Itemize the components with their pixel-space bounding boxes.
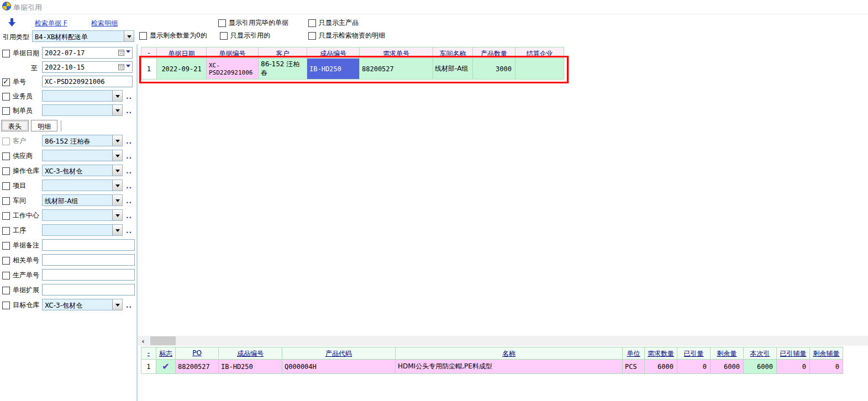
column-header[interactable]: 需求数量 xyxy=(645,347,677,360)
dropdown-arrow-icon[interactable] xyxy=(112,135,122,146)
workshop-combobox[interactable]: 线材部-A组 xyxy=(42,194,123,206)
remain-qty-cell[interactable]: 6000 xyxy=(711,360,744,374)
checkbox-box[interactable] xyxy=(308,19,316,27)
dropdown-arrow-icon[interactable] xyxy=(112,165,122,176)
checkbox-project[interactable]: 项目 xyxy=(2,182,26,190)
dropdown-arrow-icon[interactable] xyxy=(124,31,134,41)
work-center-browse-button[interactable]: .. xyxy=(126,212,132,220)
column-header[interactable]: 成品编号 xyxy=(307,48,360,59)
salesman-browse-button[interactable]: .. xyxy=(126,93,132,101)
checkbox-box[interactable] xyxy=(2,50,10,57)
panel-splitter[interactable] xyxy=(136,44,138,401)
settle-company-cell[interactable] xyxy=(515,59,564,80)
table-row[interactable]: 1 ✔ 88200527 IB-HD250 Q000004H HDMI公头专用防… xyxy=(141,360,843,374)
doc-no-input[interactable]: XC-PSD220921006 xyxy=(42,76,133,87)
qty-cell[interactable]: 3000 xyxy=(473,59,515,80)
checkbox-box-checked[interactable] xyxy=(2,78,10,86)
dropdown-arrow-icon[interactable] xyxy=(112,210,122,220)
scroll-left-button[interactable]: ‹ xyxy=(138,336,148,346)
column-header[interactable]: 标志 xyxy=(156,347,176,360)
dropdown-arrow-icon[interactable] xyxy=(112,299,122,310)
checkbox-box[interactable] xyxy=(2,152,10,160)
dropdown-arrow-icon[interactable] xyxy=(112,225,122,235)
ref-aux-qty-cell[interactable]: 0 xyxy=(777,360,810,374)
dropdown-arrow-icon[interactable] xyxy=(112,180,122,191)
dropdown-arrow-icon[interactable] xyxy=(112,150,122,161)
scrollbar-thumb[interactable] xyxy=(150,336,176,345)
column-header[interactable]: 单据编号 xyxy=(207,48,259,59)
calendar-icon[interactable] xyxy=(118,64,124,70)
workshop-browse-button[interactable]: .. xyxy=(126,197,132,205)
checkbox-doc-remark[interactable]: 单据备注 xyxy=(2,241,39,250)
column-header[interactable]: 车间名称 xyxy=(433,48,473,59)
checkbox-box[interactable] xyxy=(2,107,10,115)
demand-no-cell[interactable]: 88200527 xyxy=(360,59,433,80)
column-header[interactable]: 剩余量 xyxy=(711,347,744,360)
column-header[interactable]: - xyxy=(141,48,157,59)
demand-qty-cell[interactable]: 6000 xyxy=(645,360,677,374)
column-header[interactable]: 产品代码 xyxy=(282,347,396,360)
process-combobox[interactable] xyxy=(42,224,123,236)
product-no-cell[interactable]: IB-HD250 xyxy=(219,360,282,374)
checkbox-target-warehouse[interactable]: 目标仓库 xyxy=(2,301,39,309)
checkbox-box[interactable] xyxy=(2,242,10,250)
op-warehouse-browse-button[interactable]: .. xyxy=(126,167,132,175)
column-header[interactable]: 剩余辅量 xyxy=(810,347,843,360)
customer-cell[interactable]: 86-152 汪柏春 xyxy=(259,59,307,80)
column-header[interactable]: 成品编号 xyxy=(219,347,282,360)
row-index-cell[interactable]: 1 xyxy=(141,59,157,80)
tab-detail[interactable]: 明细 xyxy=(31,120,57,131)
doc-maker-browse-button[interactable]: .. xyxy=(126,107,132,115)
calendar-icon[interactable] xyxy=(118,50,124,56)
checkbox-doc-date[interactable]: 单据日期 xyxy=(2,49,39,57)
checkbox-box[interactable] xyxy=(2,257,10,265)
supplier-combobox[interactable] xyxy=(42,150,123,161)
checkbox-only-main-product[interactable]: 只显示主产品 xyxy=(308,19,359,27)
checkbox-box[interactable] xyxy=(218,19,226,27)
checkbox-doc-maker[interactable]: 制单员 xyxy=(2,107,33,115)
checkbox-box[interactable] xyxy=(2,227,10,235)
checkbox-doc-no[interactable]: 单号 xyxy=(2,78,26,86)
product-code-cell[interactable]: Q000004H xyxy=(282,360,396,374)
checkbox-production-no[interactable]: 生产单号 xyxy=(2,271,39,279)
project-combobox[interactable] xyxy=(42,180,123,191)
column-header[interactable]: 单位 xyxy=(623,347,645,360)
checkbox-only-searched-materials[interactable]: 只显示检索物资的明细 xyxy=(308,31,385,40)
checkbox-box[interactable] xyxy=(2,167,10,175)
date-dropdown-arrow-icon[interactable] xyxy=(126,50,130,55)
process-browse-button[interactable]: .. xyxy=(126,227,132,235)
checkbox-box[interactable] xyxy=(308,32,316,40)
checkbox-only-referenced[interactable]: 只显示引用的 xyxy=(220,31,270,40)
target-warehouse-combobox[interactable]: XC-3-包材仓 xyxy=(42,299,123,310)
salesman-combobox[interactable] xyxy=(42,90,123,102)
tab-header[interactable]: 表头 xyxy=(1,120,29,131)
dropdown-arrow-icon[interactable] xyxy=(112,195,122,205)
checkbox-process[interactable]: 工序 xyxy=(2,226,26,235)
checkbox-show-zero-qty[interactable]: 显示剩余数量为0的 xyxy=(139,31,207,40)
po-cell[interactable]: 88200527 xyxy=(176,360,219,374)
column-header[interactable]: 本次引 xyxy=(744,347,777,360)
doc-remark-input[interactable] xyxy=(42,239,135,251)
doc-maker-combobox[interactable] xyxy=(42,104,123,116)
checkbox-op-warehouse[interactable]: 操作仓库 xyxy=(2,167,39,175)
this-ref-qty-cell[interactable]: 6000 xyxy=(744,360,777,374)
checkbox-box[interactable] xyxy=(2,212,10,220)
product-name-cell[interactable]: HDMI公头专用防尘帽,PE料成型 xyxy=(396,360,623,374)
checkbox-workshop[interactable]: 车间 xyxy=(2,197,26,205)
column-header[interactable]: 需求单号 xyxy=(360,48,433,59)
checkbox-supplier[interactable]: 供应商 xyxy=(2,152,33,160)
op-warehouse-combobox[interactable]: XC-3-包材仓 xyxy=(42,165,123,176)
ref-type-combobox[interactable]: B4-XB材料配送单 xyxy=(32,30,134,42)
column-header[interactable]: - xyxy=(141,347,156,360)
date-dropdown-arrow-icon[interactable] xyxy=(126,65,130,70)
checkbox-box[interactable] xyxy=(2,197,10,205)
production-no-input[interactable] xyxy=(42,269,135,281)
workshop-cell[interactable]: 线材部-A组 xyxy=(433,59,473,80)
checkbox-box[interactable] xyxy=(2,287,10,294)
column-header[interactable]: 产品数量 xyxy=(473,48,515,59)
column-header[interactable]: 单据日期 xyxy=(157,48,207,59)
related-no-input[interactable] xyxy=(42,254,135,266)
checkbox-salesman[interactable]: 业务员 xyxy=(2,92,33,101)
checkbox-box[interactable] xyxy=(2,272,10,279)
column-header[interactable]: 已引量 xyxy=(677,347,711,360)
